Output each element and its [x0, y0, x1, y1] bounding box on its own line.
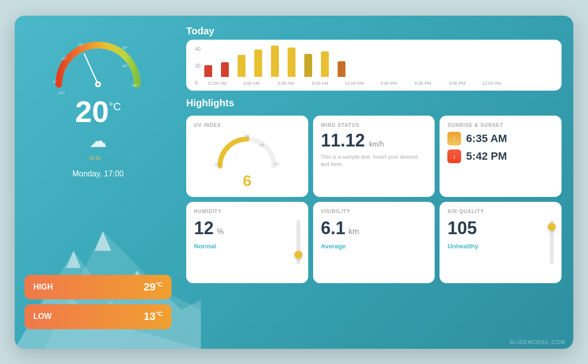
air-quality-label: AIR QUALITY: [447, 209, 554, 214]
svg-text:40°: 40°: [122, 64, 128, 68]
svg-text:-10°: -10°: [60, 56, 68, 61]
bar-group: [271, 46, 279, 77]
air-quality-slider: [550, 220, 554, 264]
svg-text:10°: 10°: [78, 43, 84, 47]
wind-status-card: WIND STATUS 11.12 km/h This is a sample …: [313, 116, 435, 197]
visibility-label: VISIBILITY: [321, 209, 427, 214]
right-panel: Today 40 20 0 12:00 AM3:00 AM6:00 AM9:00…: [181, 16, 573, 349]
visibility-value-wrap: 6.1 km: [321, 218, 427, 239]
visibility-value: 6.1: [321, 218, 345, 238]
humidity-thumb: [294, 251, 302, 259]
humidity-label: HUMIDITY: [194, 209, 300, 214]
bar: [221, 62, 229, 77]
x-label: 12:00 AM: [479, 81, 504, 86]
air-quality-content: 105 Unhealthy: [447, 218, 554, 264]
x-label: 12:00 PM: [342, 81, 367, 86]
humidity-value: 12: [194, 218, 214, 238]
bar-group: [288, 48, 295, 77]
x-label: 6:00 AM: [273, 81, 298, 86]
visibility-unit: km: [348, 227, 359, 236]
sunset-icon: ↓: [447, 149, 461, 163]
today-chart-card: 40 20 0 12:00 AM3:00 AM6:00 AM9:00 AM12:…: [186, 40, 562, 91]
left-panel: 0° -10° 10° 30° -20° 40° 50° 20 °C ☁ ≈≈ …: [15, 16, 181, 349]
cloud-icon: ☁: [89, 131, 107, 151]
today-title: Today: [186, 25, 562, 37]
humidity-status: Normal: [194, 243, 224, 250]
svg-text:0°: 0°: [53, 80, 57, 84]
bars-row: [204, 48, 553, 79]
wind-value-wrap: 11.12 km/h: [321, 132, 427, 149]
humidity-content: 12 % Normal: [194, 218, 300, 264]
wind-icon: ≈≈: [89, 152, 102, 164]
wind-status-label: WIND STATUS: [321, 122, 427, 128]
x-label: 6:00 PM: [410, 81, 436, 86]
svg-text:50°: 50°: [132, 83, 138, 88]
uv-gauge: 03 06 09 12 6: [194, 132, 300, 190]
x-label: 3:00 PM: [376, 81, 401, 86]
bar-group: [238, 55, 245, 77]
sunrise-row: ↑ 6:35 AM: [447, 132, 554, 146]
air-quality-value: 105: [447, 218, 478, 239]
uv-value: 6: [243, 172, 251, 190]
humidity-slider: [296, 220, 300, 264]
weather-icon-group: ☁ ≈≈: [89, 131, 107, 164]
bar: [254, 49, 262, 76]
temperature-value: 20: [75, 97, 109, 127]
highlights-grid: UV INDEX 03 06 09 12 6: [186, 116, 562, 283]
air-quality-left: 105 Unhealthy: [447, 218, 478, 250]
bar: [271, 46, 279, 77]
svg-point-15: [97, 83, 99, 86]
low-card: LOW 13°C: [24, 304, 172, 329]
bar-group: [321, 51, 329, 76]
humidity-left: 12 % Normal: [194, 218, 224, 250]
temperature-gauge: 0° -10° 10° 30° -20° 40° 50°: [49, 30, 147, 89]
high-low-cards: HIGH 29°C LOW 13°C: [24, 275, 172, 339]
humidity-card: HUMIDITY 12 % Normal: [186, 202, 308, 283]
low-value: 13°C: [144, 310, 163, 323]
svg-text:30°: 30°: [122, 46, 128, 50]
visibility-card: VISIBILITY 6.1 km Average: [313, 202, 435, 283]
sunrise-sunset-label: SUNRISE & SUNSET: [447, 122, 554, 128]
bar: [338, 61, 345, 77]
bar-group: [338, 61, 345, 77]
svg-text:12: 12: [274, 161, 279, 166]
sunset-row: ↓ 5:42 PM: [447, 149, 554, 163]
wind-unit: km/h: [369, 140, 384, 148]
temperature-unit: °C: [109, 100, 121, 113]
svg-line-13: [84, 54, 98, 84]
bar: [238, 55, 245, 77]
sunrise-time: 6:35 AM: [466, 132, 507, 145]
highlights-title: Highlights: [186, 97, 562, 109]
high-label: HIGH: [33, 283, 53, 291]
uv-index-card: UV INDEX 03 06 09 12 6: [186, 116, 308, 197]
air-quality-card: AIR QUALITY 105 Unhealthy: [440, 202, 562, 283]
visibility-status: Average: [321, 243, 427, 250]
air-quality-status: Unhealthy: [447, 243, 478, 250]
high-value: 29°C: [144, 281, 163, 293]
wind-description: This is a sample text. Insert your desir…: [321, 153, 427, 169]
sunrise-sunset-card: SUNRISE & SUNSET ↑ 6:35 AM ↓ 5:42 PM: [440, 116, 562, 197]
humidity-unit: %: [217, 227, 224, 236]
svg-text:09: 09: [259, 143, 264, 147]
temperature-display: 20 °C: [75, 97, 121, 127]
x-labels: 12:00 AM3:00 AM6:00 AM9:00 AM12:00 PM3:0…: [204, 81, 553, 86]
air-quality-thumb: [548, 223, 556, 231]
x-label: 9:00 PM: [444, 81, 470, 86]
high-card: HIGH 29°C: [24, 275, 172, 299]
bar: [288, 48, 295, 77]
sunrise-icon: ↑: [447, 132, 461, 146]
wind-value: 11.12: [321, 130, 365, 150]
svg-text:06: 06: [245, 134, 249, 139]
watermark: SLIDEMODEL.COM: [510, 339, 565, 345]
low-label: LOW: [33, 312, 51, 321]
bar-group: [204, 65, 212, 76]
x-label: 9:00 AM: [307, 81, 333, 86]
uv-index-label: UV INDEX: [194, 122, 300, 128]
humidity-value-wrap: 12 %: [194, 218, 224, 239]
bar-group: [221, 62, 229, 77]
bar-group: [304, 54, 312, 77]
bar: [204, 65, 212, 76]
svg-text:-20°: -20°: [58, 91, 65, 94]
sunset-time: 5:42 PM: [466, 150, 507, 163]
bar: [321, 51, 329, 76]
